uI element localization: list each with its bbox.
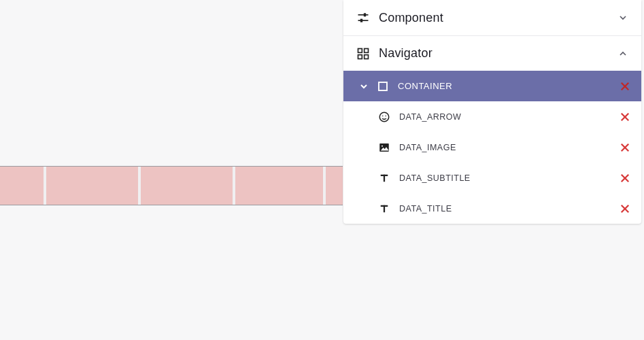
- sliders-icon: [356, 10, 371, 25]
- square-icon: [376, 80, 390, 93]
- svg-rect-5: [365, 48, 369, 52]
- svg-rect-6: [358, 54, 362, 58]
- svg-rect-4: [358, 48, 362, 52]
- svg-rect-21: [384, 174, 385, 182]
- tree-node-label: DATA_IMAGE: [399, 143, 456, 152]
- grid-icon: [356, 46, 371, 61]
- svg-point-13: [386, 115, 387, 116]
- svg-point-17: [382, 145, 383, 146]
- svg-rect-2: [364, 13, 366, 16]
- tree-node-data-arrow[interactable]: DATA_ARROW: [343, 101, 641, 132]
- delete-icon[interactable]: [618, 141, 632, 154]
- tree-node-label: DATA_TITLE: [399, 204, 452, 214]
- canvas-cell[interactable]: [235, 167, 326, 205]
- delete-icon[interactable]: [618, 171, 632, 185]
- navigator-tree: CONTAINER DATA_ARROW: [343, 71, 641, 224]
- tree-node-container[interactable]: CONTAINER: [343, 71, 641, 101]
- delete-icon[interactable]: [618, 110, 632, 124]
- delete-icon[interactable]: [618, 202, 632, 216]
- inspector-panel: Component Navigator: [343, 0, 641, 224]
- text-icon: [377, 202, 391, 216]
- canvas-area: [0, 0, 343, 340]
- svg-point-11: [379, 112, 389, 122]
- tree-node-data-subtitle[interactable]: DATA_SUBTITLE: [343, 163, 641, 193]
- chevron-up-icon: [617, 48, 629, 60]
- tree-node-label: DATA_SUBTITLE: [399, 173, 471, 183]
- chevron-down-icon: [617, 12, 629, 24]
- canvas-cell[interactable]: [46, 167, 141, 205]
- tree-node-data-title[interactable]: DATA_TITLE: [343, 193, 641, 224]
- svg-rect-25: [384, 205, 385, 212]
- tree-node-data-image[interactable]: DATA_IMAGE: [343, 132, 641, 163]
- tree-node-label: DATA_ARROW: [399, 112, 461, 122]
- svg-rect-8: [379, 82, 387, 90]
- smile-icon: [377, 110, 391, 124]
- tree-node-label: CONTAINER: [398, 81, 452, 91]
- section-navigator-label: Navigator: [379, 46, 433, 61]
- svg-rect-7: [365, 54, 369, 58]
- svg-point-12: [382, 115, 384, 116]
- section-navigator[interactable]: Navigator: [343, 35, 641, 71]
- canvas-cell[interactable]: [0, 167, 46, 205]
- canvas-cell[interactable]: [326, 167, 343, 205]
- canvas-cell[interactable]: [141, 167, 235, 205]
- delete-icon[interactable]: [618, 80, 632, 93]
- section-component[interactable]: Component: [343, 0, 641, 35]
- svg-rect-3: [360, 19, 362, 22]
- image-icon: [377, 141, 391, 154]
- section-component-label: Component: [379, 11, 443, 25]
- text-icon: [377, 171, 391, 185]
- chevron-down-icon[interactable]: [357, 80, 371, 93]
- canvas-row[interactable]: [0, 166, 343, 205]
